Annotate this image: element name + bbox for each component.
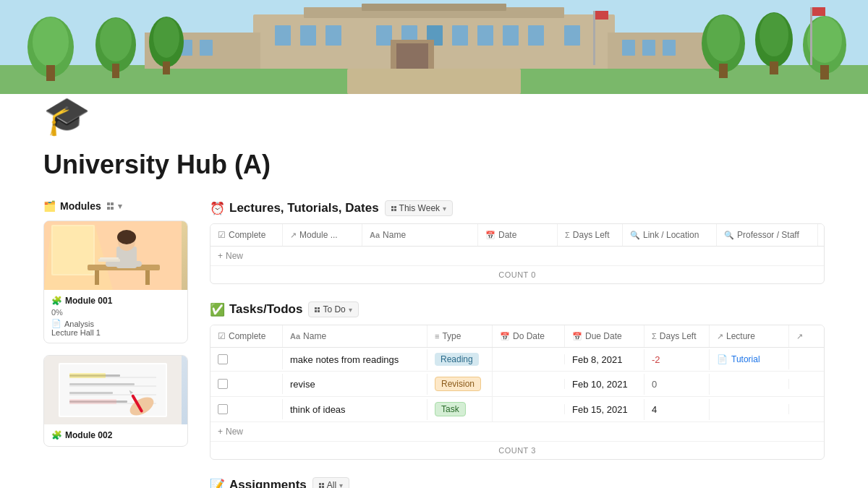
module-002-name: 🧩 Module 002 <box>51 430 180 440</box>
svg-point-58 <box>117 230 136 244</box>
svg-rect-38 <box>719 64 728 78</box>
svg-rect-26 <box>663 40 676 56</box>
lectures-col-module[interactable]: ↗ Module ... <box>283 224 362 246</box>
module-001-location: Lecture Hall 1 <box>51 328 180 337</box>
tasks-icon: ✅ <box>210 302 225 317</box>
task-row-0-lecture[interactable]: 📄 Tutorial <box>710 349 789 369</box>
task-row-1-lecture[interactable] <box>710 379 789 389</box>
svg-rect-44 <box>820 65 829 80</box>
lectures-col-complete[interactable]: ☑ Complete <box>210 224 283 246</box>
task-row-0-lecture-link[interactable]: Tutorial <box>731 354 760 364</box>
lectures-col-name[interactable]: Aa Name <box>362 224 478 246</box>
lectures-col-daysleft[interactable]: Σ Days Left <box>558 224 623 246</box>
tasks-col-type[interactable]: ≡ Type <box>427 325 493 347</box>
svg-point-43 <box>807 17 842 63</box>
module-002-thumbnail <box>44 356 187 424</box>
task-row-2-lecture[interactable] <box>710 404 789 414</box>
tasks-col-name[interactable]: Aa Name <box>283 325 427 347</box>
task-row-0-extra[interactable] <box>789 354 824 364</box>
table-row: think of ideas Task Feb 15, 2021 4 <box>210 397 824 422</box>
tasks-type-col-icon: ≡ <box>435 332 439 341</box>
svg-point-40 <box>760 13 788 56</box>
tasks-filter-grid-icon <box>315 307 320 312</box>
tasks-checkbox-icon: ☑ <box>218 331 226 341</box>
module-001-icon: 🧩 <box>51 296 62 306</box>
task-row-1-type[interactable]: Revision <box>427 372 493 396</box>
tasks-new-row[interactable]: + New <box>210 422 824 441</box>
lectures-new-row[interactable]: + New <box>210 247 824 265</box>
tasks-filter[interactable]: To Do ▾ <box>308 301 358 317</box>
lectures-col-prof[interactable]: 🔍 Professor / Staff <box>717 224 818 246</box>
task-row-1-extra[interactable] <box>789 379 824 389</box>
task-row-1-dodate[interactable] <box>493 379 565 389</box>
modules-chevron[interactable]: ▾ <box>118 202 122 211</box>
task-row-1-checkbox[interactable] <box>218 379 228 389</box>
lectures-filter[interactable]: This Week ▾ <box>385 200 453 216</box>
tasks-col-extra[interactable]: ↗ <box>789 325 824 347</box>
tasks-col-dodate[interactable]: 📅 Do Date <box>493 325 565 347</box>
task-row-0-dodate[interactable] <box>493 354 565 364</box>
tasks-arrow-col-icon: ↗ <box>717 332 723 341</box>
lectures-col-date[interactable]: 📅 Date <box>478 224 558 246</box>
task-row-2-name[interactable]: think of ideas <box>283 399 427 420</box>
lectures-icon: ⏰ <box>210 201 225 216</box>
modules-grid-icon[interactable] <box>107 202 114 210</box>
tasks-table-header: ☑ Complete Aa Name ≡ Type 📅 <box>210 325 824 348</box>
tasks-dodate-col-icon: 📅 <box>500 332 510 341</box>
task-row-2-type-tag: Task <box>435 402 466 416</box>
assignments-filter[interactable]: All ▾ <box>312 477 349 488</box>
lectures-section: ⏰ Lectures, Tutorials, Dates This Week ▾ <box>210 200 825 284</box>
sidebar: 🗂️ Modules ▾ <box>43 200 188 488</box>
task-row-0-name[interactable]: make notes from readings <box>283 349 427 370</box>
task-row-0-type[interactable]: Reading <box>427 348 493 371</box>
svg-rect-41 <box>770 61 778 74</box>
task-row-2-dodate[interactable] <box>493 404 565 414</box>
svg-rect-16 <box>564 25 580 46</box>
tasks-col-lecture[interactable]: ↗ Lecture <box>710 325 789 347</box>
svg-rect-76 <box>69 373 106 378</box>
task-row-2-duedate[interactable]: Feb 15, 2021 <box>565 399 644 420</box>
table-row: revise Revision Feb 10, 2021 0 <box>210 372 824 397</box>
tasks-section-header: ✅ Tasks/Todos To Do ▾ <box>210 301 825 317</box>
lectures-table-header: ☑ Complete ↗ Module ... Aa Name 📅 <box>210 224 824 247</box>
tasks-title: ✅ Tasks/Todos <box>210 302 302 317</box>
task-row-1-duedate[interactable]: Feb 10, 2021 <box>565 374 644 395</box>
lectures-col-link[interactable]: 🔍 Link / Location <box>623 224 717 246</box>
tasks-col-complete[interactable]: ☑ Complete <box>210 325 283 347</box>
svg-rect-2 <box>347 69 521 94</box>
svg-rect-77 <box>69 399 116 404</box>
tasks-sigma-col-icon: Σ <box>652 332 657 341</box>
svg-point-28 <box>100 18 132 61</box>
assignments-filter-chevron: ▾ <box>339 481 343 489</box>
svg-point-31 <box>153 17 179 58</box>
task-row-1-daysleft[interactable]: 0 <box>644 374 710 395</box>
task-row-2-checkbox[interactable] <box>218 404 228 414</box>
task-row-1-name[interactable]: revise <box>283 374 427 395</box>
svg-rect-23 <box>200 40 213 56</box>
task-row-0-complete[interactable] <box>210 349 283 369</box>
module-001-sub: 📄 Analysis <box>51 319 180 328</box>
task-row-2-complete[interactable] <box>210 399 283 419</box>
module-002-card[interactable]: 🧩 Module 002 <box>43 355 188 447</box>
assignments-section-header: 📝 Assignments All ▾ <box>210 477 825 488</box>
assignments-filter-grid-icon <box>319 483 324 488</box>
task-row-0-daysleft[interactable]: -2 <box>644 349 710 370</box>
search-col-icon: 🔍 <box>630 231 640 240</box>
task-row-0-duedate[interactable]: Feb 8, 2021 <box>565 349 644 370</box>
task-row-2-type[interactable]: Task <box>427 397 493 421</box>
svg-rect-7 <box>300 25 316 46</box>
task-row-2-extra[interactable] <box>789 404 824 414</box>
task-row-0-type-tag: Reading <box>435 353 479 366</box>
module-002-info: 🧩 Module 002 <box>44 424 187 446</box>
svg-rect-59 <box>106 261 142 267</box>
module-001-card[interactable]: 🧩 Module 001 0% 📄 Analysis Lecture Hall … <box>43 221 188 343</box>
task-row-2-daysleft[interactable]: 4 <box>644 399 710 420</box>
svg-point-37 <box>707 15 740 61</box>
tasks-col-duedate[interactable]: 📅 Due Date <box>565 325 644 347</box>
task-row-1-days-value: 0 <box>652 379 657 390</box>
task-row-0-checkbox[interactable] <box>218 354 228 364</box>
lectures-col-extra[interactable]: ↗ <box>818 224 825 246</box>
task-row-1-complete[interactable] <box>210 374 283 394</box>
lectures-table: ☑ Complete ↗ Module ... Aa Name 📅 <box>210 223 825 284</box>
tasks-col-daysleft[interactable]: Σ Days Left <box>644 325 710 347</box>
